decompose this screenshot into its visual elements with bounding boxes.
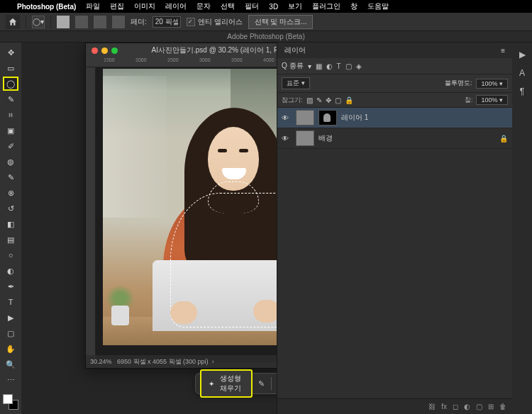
layer-name[interactable]: 레이어 1	[341, 113, 368, 123]
macos-menubar[interactable]: Photoshop (Beta) 파일 편집 이미지 레이어 문자 선택 필터 …	[0, 0, 532, 13]
antialias-checkbox[interactable]: ✓ 엔티 앨리어스	[187, 17, 243, 27]
filter-type-icon[interactable]: T	[337, 62, 341, 70]
menu-select[interactable]: 선택	[221, 1, 235, 11]
brush-tool[interactable]: ✎	[3, 170, 18, 184]
workspace: ✥ ▭ ◯ ✎ ⌗ ▣ ✐ ◍ ✎ ⊗ ↺ ◧ ▤ ○ ◐ ✒ T ▶ ▢ ✋ …	[0, 43, 532, 414]
layers-tab[interactable]: 레이어 ≡	[277, 43, 512, 58]
mask-add-icon[interactable]: ◻	[453, 403, 458, 410]
maximize-icon[interactable]	[111, 47, 118, 54]
selection-intersect-icon[interactable]	[112, 16, 125, 28]
menu-edit[interactable]: 편집	[110, 1, 124, 11]
type-tool[interactable]: T	[3, 295, 18, 309]
layer-row[interactable]: 👁 배경 🔒	[277, 128, 512, 149]
gradient-tool[interactable]: ▤	[3, 233, 18, 247]
new-layer-icon[interactable]: ⊞	[488, 403, 494, 410]
feather-input[interactable]	[153, 16, 181, 28]
menu-window[interactable]: 창	[350, 1, 358, 11]
menu-image[interactable]: 이미지	[134, 1, 155, 11]
canvas-viewport[interactable]	[96, 67, 277, 355]
minimize-icon[interactable]	[101, 47, 108, 54]
lock-paint-icon[interactable]: ✎	[316, 96, 322, 104]
dodge-tool[interactable]: ◐	[3, 264, 18, 278]
selection-subtract-icon[interactable]	[94, 16, 106, 28]
chevron-right-icon[interactable]: ›	[212, 358, 214, 365]
layers-footer: ⛓ fx ◻ ◐ ▢ ⊞ 🗑	[277, 398, 512, 414]
menu-filter[interactable]: 필터	[245, 1, 259, 11]
shape-tool[interactable]: ▢	[3, 326, 18, 340]
close-icon[interactable]	[92, 47, 98, 54]
pen-tool[interactable]: ✒	[3, 279, 18, 293]
menu-plugins[interactable]: 플러그인	[312, 1, 340, 11]
document-status: 30.24% 6950 픽셀 x 4055 픽셀 (300 ppi) ›	[90, 357, 214, 367]
menu-view[interactable]: 보기	[288, 1, 302, 11]
generative-fill-button[interactable]: ✦ 생성형 채우기	[200, 369, 253, 398]
menu-layer[interactable]: 레이어	[165, 1, 187, 11]
layer-thumbnail[interactable]	[296, 130, 314, 146]
kind-filter[interactable]: Q 종류	[282, 61, 304, 71]
app-menu[interactable]: Photoshop (Beta)	[17, 3, 76, 11]
crop-tool[interactable]: ⌗	[3, 108, 18, 122]
layer-mask-thumbnail[interactable]	[318, 110, 337, 125]
fill-input[interactable]: 100% ▾	[476, 95, 508, 105]
selection-new-icon[interactable]	[57, 16, 70, 28]
foreground-color[interactable]	[3, 394, 13, 404]
play-icon[interactable]: ▶	[519, 50, 526, 60]
path-select-tool[interactable]: ▶	[3, 310, 18, 325]
blend-mode-select[interactable]: 표준 ▾	[282, 77, 310, 89]
marquee-tool[interactable]: ▭	[3, 61, 18, 75]
opacity-input[interactable]: 100% ▾	[476, 79, 508, 89]
home-button[interactable]	[6, 15, 20, 29]
filter-shape-icon[interactable]: ▢	[345, 62, 352, 70]
document-window: AI사진만들기.psd @ 30.2% (레이어 1, RGB/8#) * 15…	[85, 43, 277, 369]
modify-select-icon[interactable]: ▣	[275, 376, 277, 391]
panel-menu-icon[interactable]: ≡	[501, 47, 505, 55]
eraser-tool[interactable]: ◧	[3, 217, 18, 231]
type-panel-icon[interactable]: A	[519, 68, 525, 78]
lock-artboard-icon[interactable]: ▢	[335, 96, 341, 104]
frame-tool[interactable]: ▣	[3, 123, 18, 138]
adjustment-add-icon[interactable]: ◐	[464, 403, 470, 410]
selection-add-icon[interactable]	[75, 16, 88, 28]
layer-name[interactable]: 배경	[318, 133, 333, 143]
quick-select-tool[interactable]: ✎	[3, 92, 18, 106]
brush-icon[interactable]: ✎	[257, 376, 266, 391]
color-wells[interactable]	[3, 394, 18, 410]
blur-tool[interactable]: ○	[3, 248, 18, 262]
visibility-icon[interactable]: 👁	[282, 114, 292, 122]
lasso-tool[interactable]: ◯	[3, 77, 18, 91]
hand-tool[interactable]: ✋	[3, 342, 18, 356]
folder-icon[interactable]: ▢	[476, 403, 482, 410]
stamp-tool[interactable]: ⊗	[3, 186, 18, 200]
filter-pixel-icon[interactable]: ▦	[316, 62, 322, 70]
chevron-down-icon[interactable]: ▾	[308, 62, 311, 70]
document-titlebar[interactable]: AI사진만들기.psd @ 30.2% (레이어 1, RGB/8#) *	[86, 43, 277, 57]
visibility-icon[interactable]: 👁	[282, 135, 292, 142]
history-brush-tool[interactable]: ↺	[3, 201, 18, 216]
ruler-horizontal[interactable]: 1500 2000 2500 3000 3500 4000 4500 5000 …	[86, 57, 277, 67]
fx-icon[interactable]: fx	[441, 403, 447, 410]
lock-transparent-icon[interactable]: ▨	[306, 96, 313, 104]
lock-all-icon[interactable]: 🔒	[345, 96, 353, 104]
menu-3d[interactable]: 3D	[269, 3, 278, 11]
healing-tool[interactable]: ◍	[3, 155, 18, 169]
paragraph-panel-icon[interactable]: ¶	[520, 86, 524, 96]
select-and-mask-button[interactable]: 선택 및 마스크...	[248, 15, 314, 29]
menu-help[interactable]: 도움말	[367, 1, 389, 11]
ruler-vertical[interactable]	[86, 67, 96, 355]
edit-toolbar[interactable]: ⋯	[3, 373, 18, 387]
menu-type[interactable]: 문자	[196, 1, 211, 11]
trash-icon[interactable]: 🗑	[499, 403, 506, 410]
zoom-tool[interactable]: 🔍	[3, 357, 18, 371]
lock-position-icon[interactable]: ✥	[326, 96, 331, 104]
move-tool[interactable]: ✥	[3, 45, 18, 60]
contextual-taskbar[interactable]: ✦ 생성형 채우기 ✎ ▣ ◩ ▢ ◐ ◑ ⋯ 선택 해제	[195, 373, 277, 394]
canvas-image[interactable]	[103, 69, 277, 345]
layer-thumbnail[interactable]	[296, 110, 314, 125]
eyedropper-tool[interactable]: ✐	[3, 139, 18, 153]
menu-file[interactable]: 파일	[86, 1, 100, 11]
filter-adjust-icon[interactable]: ◐	[326, 62, 333, 70]
link-layers-icon[interactable]: ⛓	[428, 403, 436, 410]
tool-preset-picker[interactable]: ◯▾	[32, 16, 45, 28]
filter-smart-icon[interactable]: ◈	[356, 62, 362, 70]
layer-row[interactable]: 👁 레이어 1	[277, 108, 512, 128]
